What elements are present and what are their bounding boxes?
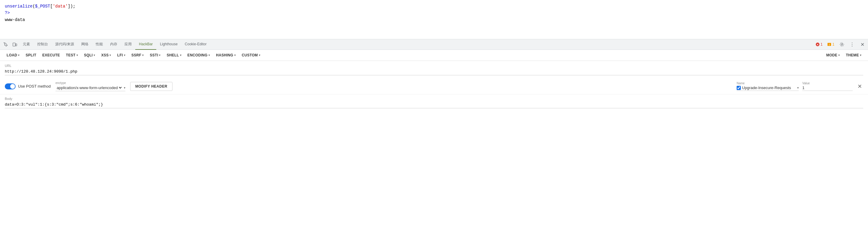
- warn-badge[interactable]: ! 1: [826, 42, 836, 47]
- settings-icon[interactable]: [837, 40, 846, 49]
- body-section: Body: [0, 94, 868, 112]
- tab-performance[interactable]: 性能: [92, 39, 106, 50]
- ssti-button[interactable]: SSTI ▾: [147, 52, 164, 59]
- tab-elements[interactable]: 元素: [19, 39, 34, 50]
- header-name-label: Name: [737, 82, 799, 85]
- header-close-button[interactable]: ✕: [856, 84, 863, 89]
- tab-lighthouse[interactable]: Lighthouse: [156, 39, 181, 50]
- ssrf-caret-icon: ▾: [142, 54, 144, 57]
- svg-text:✕: ✕: [816, 43, 819, 46]
- url-section: URL: [0, 61, 868, 78]
- header-name-wrap: ▾: [737, 86, 799, 91]
- tab-sources[interactable]: 源代码/来源: [52, 39, 78, 50]
- code-line-2: ?>: [5, 9, 863, 16]
- warning-icon: !: [827, 42, 831, 46]
- header-name-group: Name ▾: [737, 82, 799, 91]
- url-label: URL: [5, 64, 863, 67]
- mode-caret-icon: ▾: [838, 54, 840, 57]
- encoding-caret-icon: ▾: [209, 54, 210, 57]
- devtools-right-controls: ✕ 1 ! 1 ⋮ ✕: [814, 40, 867, 49]
- header-value-label: Value: [802, 82, 853, 85]
- hackbar-toolbar: LOAD ▾ SPLIT EXECUTE TEST ▾ SQLI ▾ XSS ▾…: [0, 50, 868, 61]
- enctype-container: enctype application/x-www-form-urlencode…: [56, 81, 125, 91]
- svg-text:!: !: [829, 43, 830, 46]
- body-input[interactable]: [5, 102, 863, 108]
- post-method-toggle[interactable]: [5, 84, 16, 89]
- tab-memory[interactable]: 内存: [106, 39, 121, 50]
- mode-button[interactable]: MODE ▾: [823, 52, 843, 59]
- enctype-select-wrap: application/x-www-form-urlencoded multip…: [56, 85, 125, 91]
- tab-cookie-editor[interactable]: Cookie-Editor: [181, 39, 210, 50]
- header-value-input[interactable]: [802, 86, 853, 91]
- enctype-select[interactable]: application/x-www-form-urlencoded multip…: [56, 85, 123, 90]
- test-button[interactable]: TEST ▾: [63, 52, 81, 59]
- code-line-3: www-data: [5, 17, 863, 23]
- error-badge[interactable]: ✕ 1: [814, 42, 825, 47]
- load-caret-icon: ▾: [18, 54, 20, 57]
- tab-network[interactable]: 网络: [78, 39, 92, 50]
- theme-caret-icon: ▾: [860, 54, 861, 57]
- devtools-tabbar: 元素 控制台 源代码/来源 网络 性能 内存 应用 HackBar Lighth…: [0, 39, 868, 50]
- code-output-area: unserialize($_POST['data']); ?> www-data: [0, 0, 868, 39]
- shell-caret-icon: ▾: [180, 54, 182, 57]
- xss-button[interactable]: XSS ▾: [98, 52, 114, 59]
- lfi-button[interactable]: LFI ▾: [114, 52, 128, 59]
- enctype-label: enctype: [56, 81, 125, 85]
- post-toggle-container: Use POST method: [5, 84, 51, 89]
- header-checkbox[interactable]: [737, 86, 741, 90]
- tab-application[interactable]: 应用: [121, 39, 135, 50]
- ssti-caret-icon: ▾: [159, 54, 160, 57]
- code-line-1: unserialize($_POST['data']);: [5, 3, 863, 9]
- close-devtools-icon[interactable]: ✕: [858, 40, 867, 49]
- lfi-caret-icon: ▾: [124, 54, 125, 57]
- header-name-input[interactable]: [742, 86, 796, 90]
- svg-rect-0: [13, 43, 15, 46]
- custom-caret-icon: ▾: [259, 54, 260, 57]
- device-toolbar-icon[interactable]: [10, 40, 19, 49]
- test-caret-icon: ▾: [76, 54, 78, 57]
- encoding-button[interactable]: ENCODING ▾: [184, 52, 213, 59]
- post-settings-row: Use POST method enctype application/x-ww…: [0, 78, 868, 94]
- custom-button[interactable]: CUSTOM ▾: [239, 52, 264, 59]
- ssrf-button[interactable]: SSRF ▾: [128, 52, 147, 59]
- inspect-icon[interactable]: [1, 40, 10, 49]
- enctype-caret-icon: ▾: [124, 86, 125, 89]
- theme-button[interactable]: THEME ▾: [843, 52, 864, 59]
- hashing-button[interactable]: HASHING ▾: [213, 52, 239, 59]
- header-section: Name ▾ Value ✕: [737, 82, 863, 91]
- modify-header-button[interactable]: MODIFY HEADER: [130, 82, 173, 91]
- tab-hackbar[interactable]: HackBar: [135, 39, 156, 50]
- header-name-caret-icon: ▾: [797, 86, 799, 89]
- more-icon[interactable]: ⋮: [847, 40, 857, 49]
- tab-console[interactable]: 控制台: [34, 39, 52, 50]
- sqli-button[interactable]: SQLI ▾: [81, 52, 98, 59]
- shell-button[interactable]: SHELL ▾: [164, 52, 184, 59]
- load-button[interactable]: LOAD ▾: [4, 52, 23, 59]
- sqli-caret-icon: ▾: [94, 54, 95, 57]
- svg-rect-1: [16, 44, 17, 46]
- header-value-group: Value: [802, 82, 853, 91]
- execute-button[interactable]: EXECUTE: [39, 52, 63, 59]
- split-button[interactable]: SPLIT: [23, 52, 39, 59]
- url-input[interactable]: [5, 69, 863, 75]
- error-circle-icon: ✕: [815, 42, 820, 46]
- post-method-label: Use POST method: [18, 84, 51, 89]
- hashing-caret-icon: ▾: [234, 54, 236, 57]
- xss-caret-icon: ▾: [110, 54, 111, 57]
- body-label: Body: [5, 97, 863, 100]
